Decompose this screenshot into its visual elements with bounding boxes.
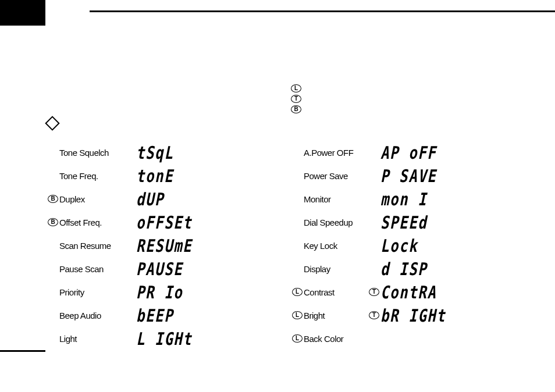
menu-label: Bright xyxy=(304,311,368,320)
badge-b-icon: B xyxy=(291,105,301,113)
legend-row: B xyxy=(291,104,301,115)
badge-slot: B xyxy=(47,218,59,226)
badge-l-icon: L xyxy=(291,84,301,92)
badge-t-icon: T xyxy=(369,311,379,319)
badge-t-icon: T xyxy=(291,95,301,103)
menu-row: PriorityPR Io xyxy=(47,280,206,304)
menu-label: Duplex xyxy=(59,194,123,204)
pre-slot: T xyxy=(368,288,380,296)
badge-b-icon: B xyxy=(48,195,58,203)
badge-b-icon: B xyxy=(48,218,58,226)
menu-label: Monitor xyxy=(304,194,368,204)
pre-slot: T xyxy=(368,311,380,319)
menu-row: LBrightTbR IGHt xyxy=(291,304,462,327)
seg-display: PAUSE xyxy=(136,259,183,279)
menu-row: Beep AudiobEEP xyxy=(47,304,206,327)
menu-col-right: A.Power OFFAP oFFPower SaveP SAVEMonitor… xyxy=(291,141,462,350)
menu-row: BDuplexdUP xyxy=(47,187,206,211)
menu-label: Offset Freq. xyxy=(59,218,123,227)
menu-label: Pause Scan xyxy=(59,264,123,274)
menu-label: Tone Freq. xyxy=(59,171,123,181)
menu-label: A.Power OFF xyxy=(304,148,368,158)
seg-display: ContRA xyxy=(380,282,436,302)
badge-l-icon: L xyxy=(292,311,303,319)
menu-col-left: Tone SquelchtSqLTone Freq.tonEBDuplexdUP… xyxy=(47,141,206,350)
bottom-rule xyxy=(0,350,45,352)
menu-row: Tone Freq.tonE xyxy=(47,164,206,187)
menu-row: Pause ScanPAUSE xyxy=(47,257,206,280)
seg-display: tSqL xyxy=(136,142,173,163)
menu-row: Scan ResumeRESUmE xyxy=(47,234,206,257)
menu-label: Power Save xyxy=(304,171,368,181)
legend-row: T xyxy=(291,94,301,104)
menu-row: Key LockLock xyxy=(291,234,462,257)
menu-label: Display xyxy=(304,264,368,274)
seg-display: bR IGHt xyxy=(380,305,446,326)
seg-display: bEEP xyxy=(136,305,173,326)
seg-display: mon I xyxy=(380,189,427,209)
menu-label: Contrast xyxy=(304,287,368,297)
menu-row: LContrastTContRA xyxy=(291,280,462,304)
seg-display: tonE xyxy=(136,166,173,186)
menu-label: Key Lock xyxy=(304,241,368,251)
badge-slot: B xyxy=(47,195,59,203)
menu-row: Monitormon I xyxy=(291,187,462,211)
seg-display: dUP xyxy=(136,189,164,209)
badge-l-icon: L xyxy=(292,334,303,343)
seg-display: L IGHt xyxy=(136,329,192,349)
menu-label: Tone Squelch xyxy=(59,148,123,158)
page-tab xyxy=(0,0,45,26)
menu-row: Tone SquelchtSqL xyxy=(47,141,206,164)
seg-display: P SAVE xyxy=(380,166,436,186)
badge-slot: L xyxy=(291,334,304,343)
seg-display: oFFSEt xyxy=(136,212,192,233)
menu-row: Power SaveP SAVE xyxy=(291,164,462,187)
menu-row: A.Power OFFAP oFF xyxy=(291,141,462,164)
badge-l-icon: L xyxy=(292,288,303,296)
badge-slot: L xyxy=(291,311,304,319)
seg-display: AP oFF xyxy=(380,142,436,163)
menu-label: Scan Resume xyxy=(59,241,123,251)
menu-label: Dial Speedup xyxy=(304,218,368,227)
badge-slot: L xyxy=(291,288,304,296)
menu-row: Displayd ISP xyxy=(291,257,462,280)
top-rule xyxy=(90,10,555,12)
badge-t-icon: T xyxy=(369,288,379,296)
seg-display: d ISP xyxy=(380,259,427,279)
seg-display: PR Io xyxy=(136,282,183,302)
menu-label: Light xyxy=(59,334,123,344)
menu-label: Priority xyxy=(59,287,123,297)
section-diamond-icon xyxy=(45,116,59,130)
seg-display: RESUmE xyxy=(136,236,192,256)
menu-row: Dial SpeedupSPEEd xyxy=(291,211,462,234)
menu-row: LightL IGHt xyxy=(47,327,206,350)
menu-row: LBack Color xyxy=(291,327,462,350)
seg-display: Lock xyxy=(380,236,418,256)
legend: LTB xyxy=(291,83,301,115)
legend-row: L xyxy=(291,83,301,94)
menu-label: Back Color xyxy=(304,334,368,344)
menu-row: BOffset Freq.oFFSEt xyxy=(47,211,206,234)
menu-label: Beep Audio xyxy=(59,311,123,320)
seg-display: SPEEd xyxy=(380,212,427,233)
